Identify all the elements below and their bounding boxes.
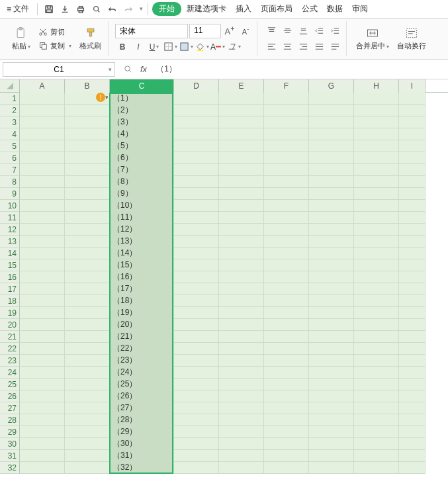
cell-A29[interactable] [20, 426, 65, 438]
cell-B12[interactable] [65, 224, 110, 236]
cell-B14[interactable] [65, 248, 110, 259]
cell-I30[interactable] [399, 438, 426, 450]
cell-D12[interactable] [174, 224, 219, 236]
cell-F25[interactable] [264, 379, 309, 390]
menu-file[interactable]: ≡ 文件 [3, 2, 33, 16]
cell-C31[interactable]: （31） [110, 450, 174, 462]
cell-E21[interactable] [219, 331, 264, 343]
align-top-button[interactable] [264, 24, 279, 38]
cell-E9[interactable] [219, 188, 264, 200]
cell-I18[interactable] [399, 295, 426, 307]
cell-B31[interactable] [65, 450, 110, 462]
cell-F27[interactable] [264, 402, 309, 414]
cell-A21[interactable] [20, 331, 65, 343]
copy-button[interactable]: 复制▾ [36, 40, 74, 52]
row-header[interactable]: 27 [0, 402, 20, 414]
cell-F1[interactable] [264, 93, 309, 105]
cell-H17[interactable] [354, 283, 399, 295]
cell-I3[interactable] [399, 116, 426, 128]
cell-H9[interactable] [354, 188, 399, 200]
cell-E7[interactable] [219, 164, 264, 176]
row-header[interactable]: 5 [0, 140, 20, 152]
cell-I9[interactable] [399, 188, 426, 200]
row-header[interactable]: 14 [0, 248, 20, 259]
cell-I6[interactable] [399, 152, 426, 164]
cell-A9[interactable] [20, 188, 65, 200]
column-header-C[interactable]: C [110, 79, 174, 93]
cell-A11[interactable] [20, 212, 65, 224]
row-header[interactable]: 19 [0, 307, 20, 319]
cell-D32[interactable] [174, 462, 219, 474]
cell-E25[interactable] [219, 379, 264, 390]
cell-H2[interactable] [354, 105, 399, 116]
cell-B7[interactable] [65, 164, 110, 176]
cell-F14[interactable] [264, 248, 309, 259]
cell-D21[interactable] [174, 331, 219, 343]
cell-A17[interactable] [20, 283, 65, 295]
cell-D23[interactable] [174, 355, 219, 367]
cell-D6[interactable] [174, 152, 219, 164]
cell-F17[interactable] [264, 283, 309, 295]
cell-F28[interactable] [264, 414, 309, 426]
cell-I22[interactable] [399, 343, 426, 355]
name-box[interactable]: C1 ▾ [3, 62, 115, 77]
cell-F32[interactable] [264, 462, 309, 474]
cell-style-button[interactable]: ▾ [179, 40, 193, 54]
cell-C28[interactable]: （28） [110, 414, 174, 426]
increase-font-button[interactable]: A+ [222, 24, 237, 38]
cell-C25[interactable]: （25） [110, 379, 174, 390]
cell-F12[interactable] [264, 224, 309, 236]
cell-B30[interactable] [65, 438, 110, 450]
cell-C20[interactable]: （20） [110, 319, 174, 331]
cell-D11[interactable] [174, 212, 219, 224]
cell-E19[interactable] [219, 307, 264, 319]
cell-G24[interactable] [309, 367, 354, 379]
cell-G10[interactable] [309, 200, 354, 212]
cell-D2[interactable] [174, 105, 219, 116]
cell-D4[interactable] [174, 128, 219, 140]
cell-B20[interactable] [65, 319, 110, 331]
cell-G11[interactable] [309, 212, 354, 224]
cell-A7[interactable] [20, 164, 65, 176]
cell-I12[interactable] [399, 224, 426, 236]
cell-F24[interactable] [264, 367, 309, 379]
cell-B8[interactable] [65, 176, 110, 188]
cell-A10[interactable] [20, 200, 65, 212]
cell-G28[interactable] [309, 414, 354, 426]
cell-D18[interactable] [174, 295, 219, 307]
cell-G29[interactable] [309, 426, 354, 438]
column-header-D[interactable]: D [174, 79, 219, 93]
cell-I28[interactable] [399, 414, 426, 426]
cell-I14[interactable] [399, 248, 426, 259]
cell-A14[interactable] [20, 248, 65, 259]
cell-A12[interactable] [20, 224, 65, 236]
font-color-button[interactable]: A▾ [210, 40, 225, 54]
cell-A23[interactable] [20, 355, 65, 367]
row-header[interactable]: 3 [0, 116, 20, 128]
cell-D3[interactable] [174, 116, 219, 128]
cell-C27[interactable]: （27） [110, 402, 174, 414]
cell-G22[interactable] [309, 343, 354, 355]
column-header-B[interactable]: B [65, 79, 110, 93]
cell-I10[interactable] [399, 200, 426, 212]
cell-H26[interactable] [354, 390, 399, 402]
cell-H3[interactable] [354, 116, 399, 128]
decrease-font-button[interactable]: A- [238, 24, 253, 38]
cell-F23[interactable] [264, 355, 309, 367]
row-header[interactable]: 4 [0, 128, 20, 140]
cell-F6[interactable] [264, 152, 309, 164]
cell-E27[interactable] [219, 402, 264, 414]
cell-F4[interactable] [264, 128, 309, 140]
zoom-icon[interactable] [120, 62, 135, 77]
cell-G8[interactable] [309, 176, 354, 188]
row-header[interactable]: 20 [0, 319, 20, 331]
cell-F11[interactable] [264, 212, 309, 224]
cell-F7[interactable] [264, 164, 309, 176]
cell-A5[interactable] [20, 140, 65, 152]
cell-I25[interactable] [399, 379, 426, 390]
cell-G6[interactable] [309, 152, 354, 164]
redo-icon[interactable] [121, 2, 136, 17]
cell-B5[interactable] [65, 140, 110, 152]
cell-E26[interactable] [219, 390, 264, 402]
cell-I16[interactable] [399, 271, 426, 283]
